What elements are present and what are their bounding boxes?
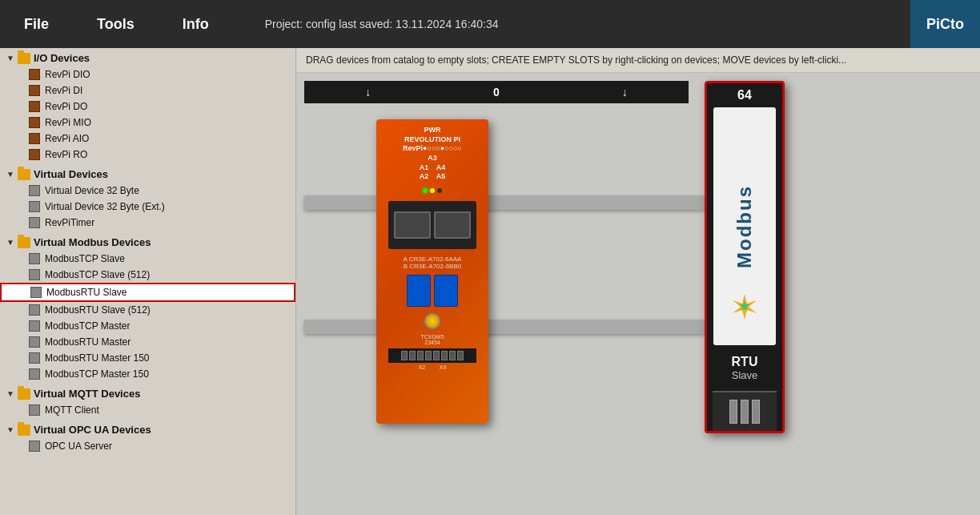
- modbus-connector: [713, 391, 777, 431]
- tree-section-io-devices: ▼I/O DevicesRevPi DIORevPi DIRevPi DORev…: [0, 48, 295, 164]
- tree-item-mqtt-client[interactable]: MQTT Client: [0, 402, 295, 418]
- item-icon: [29, 352, 40, 364]
- tree-group-virtual-opc[interactable]: ▼Virtual OPC UA Devices: [0, 421, 295, 438]
- connector-pin-1: [729, 400, 737, 424]
- pin-5: [433, 351, 440, 360]
- tree-item-modbusrtu-master-150[interactable]: ModbusRTU Master 150: [0, 350, 295, 366]
- item-icon: [29, 101, 40, 112]
- item-label: ModbusRTU Master 150: [45, 352, 150, 364]
- item-icon: [29, 368, 40, 380]
- item-label: ModbusTCP Slave: [45, 253, 125, 264]
- device-visual-area[interactable]: PWRREVOLUTION PIRevPi●○○○●○○○○A3A1 A4A2 …: [304, 103, 689, 456]
- tree-group-io-devices[interactable]: ▼I/O Devices: [0, 50, 295, 66]
- tree-item-revpi-do[interactable]: RevPi DO: [0, 99, 295, 115]
- tree-item-modbustcp-slave-(512)[interactable]: ModbusTCP Slave (512): [0, 267, 295, 283]
- sparkle-icon: [730, 292, 759, 321]
- tree-item-revpi-ro[interactable]: RevPi RO: [0, 147, 295, 163]
- item-icon: [29, 69, 40, 80]
- tree-item-revpi-dio[interactable]: RevPi DIO: [0, 66, 295, 82]
- tree-section-virtual-opc: ▼Virtual OPC UA DevicesOPC UA Server: [0, 420, 295, 456]
- expand-arrow: ▼: [6, 389, 14, 398]
- center-slot-label: 0: [493, 86, 500, 99]
- canvas-area[interactable]: ↓ 0 ↓ PWRREVOLUTION PIRevPi●○○○●○○○○A3A1…: [296, 73, 980, 515]
- device-catalog-sidebar[interactable]: ▼I/O DevicesRevPi DIORevPi DIRevPi DORev…: [0, 48, 296, 515]
- usb-ports: [407, 275, 458, 307]
- tree-item-modbustcp-slave[interactable]: ModbusTCP Slave: [0, 251, 295, 267]
- group-label: I/O Devices: [34, 52, 90, 64]
- picto-branding: PiCto: [910, 0, 980, 48]
- circular-port: [424, 313, 440, 329]
- ethernet-ports: [388, 201, 476, 249]
- ethernet-port-b: [434, 211, 471, 239]
- tree-item-modbusrtu-master[interactable]: ModbusRTU Master: [0, 334, 295, 350]
- item-icon: [29, 336, 40, 348]
- tree-item-modbusrtu-slave[interactable]: ModbusRTU Slave: [0, 283, 295, 302]
- tree-item-virtual-device-32-byte-(ext.)[interactable]: Virtual Device 32 Byte (Ext.): [0, 199, 295, 215]
- connector-pin-2: [741, 400, 749, 424]
- tree-section-virtual-devices: ▼Virtual DevicesVirtual Device 32 ByteVi…: [0, 164, 295, 232]
- expand-arrow: ▼: [6, 238, 14, 247]
- tools-menu[interactable]: Tools: [89, 10, 143, 39]
- tree-item-revpi-mio[interactable]: RevPi MIO: [0, 115, 295, 131]
- tree-item-revpi-di[interactable]: RevPi DI: [0, 82, 295, 99]
- usb-port-2: [434, 275, 458, 307]
- terminal-row: [388, 348, 476, 363]
- modbus-text-vertical: Modbus: [733, 185, 756, 268]
- item-icon: [29, 117, 40, 128]
- item-label: MQTT Client: [45, 404, 99, 416]
- main-layout: ▼I/O DevicesRevPi DIORevPi DIRevPi DORev…: [0, 48, 980, 515]
- item-icon: [29, 253, 40, 264]
- expand-arrow: ▼: [6, 170, 14, 179]
- ethernet-port-a: [394, 211, 431, 239]
- tree-item-virtual-device-32-byte[interactable]: Virtual Device 32 Byte: [0, 183, 295, 199]
- tree-item-opc-ua-server[interactable]: OPC UA Server: [0, 438, 295, 454]
- pin-4: [425, 351, 432, 360]
- group-label: Virtual MQTT Devices: [34, 388, 140, 400]
- item-icon: [30, 287, 42, 298]
- item-icon: [29, 304, 40, 316]
- file-menu[interactable]: File: [16, 10, 57, 39]
- modbus-card-dark-bottom: RTU Slave: [707, 348, 782, 388]
- folder-icon: [18, 237, 30, 248]
- expand-arrow: ▼: [6, 425, 14, 434]
- tree-group-virtual-modbus[interactable]: ▼Virtual Modbus Devices: [0, 234, 295, 251]
- connector-pin-3: [752, 400, 760, 424]
- modbus-rtu-slave-card[interactable]: 64 Modbus: [705, 81, 785, 433]
- item-label: Virtual Device 32 Byte (Ext.): [45, 201, 165, 212]
- info-menu[interactable]: Info: [175, 10, 217, 39]
- pin-8: [457, 351, 464, 360]
- rtu-label: RTU: [707, 355, 782, 369]
- left-arrow-icon: ↓: [365, 86, 371, 99]
- item-label: RevPi AIO: [45, 133, 89, 144]
- led-off: [437, 188, 442, 193]
- canvas-content: DRAG devices from catalog to empty slots…: [296, 48, 980, 515]
- item-icon: [29, 185, 40, 196]
- folder-icon: [18, 53, 30, 64]
- item-icon: [29, 201, 40, 212]
- item-label: OPC UA Server: [45, 441, 112, 452]
- tree-item-modbustcp-master-150[interactable]: ModbusTCP Master 150: [0, 366, 295, 382]
- tree-item-revpi-aio[interactable]: RevPi AIO: [0, 131, 295, 147]
- item-icon: [29, 404, 40, 416]
- item-label: Virtual Device 32 Byte: [45, 185, 139, 196]
- tree-item-modbusrtu-slave-(512)[interactable]: ModbusRTU Slave (512): [0, 302, 295, 318]
- din-rail-top: [304, 195, 705, 210]
- tree-item-revpitimer[interactable]: RevPiTimer: [0, 215, 295, 231]
- tree-group-virtual-mqtt[interactable]: ▼Virtual MQTT Devices: [0, 385, 295, 402]
- item-icon: [29, 320, 40, 332]
- tree-item-modbustcp-master[interactable]: ModbusTCP Master: [0, 318, 295, 334]
- tree-group-virtual-devices[interactable]: ▼Virtual Devices: [0, 166, 295, 183]
- item-label: RevPi DIO: [45, 69, 90, 80]
- item-label: ModbusTCP Slave (512): [45, 269, 150, 280]
- revolution-pi-device[interactable]: PWRREVOLUTION PIRevPi●○○○●○○○○A3A1 A4A2 …: [376, 119, 488, 424]
- pin-7: [449, 351, 456, 360]
- slave-label: Slave: [707, 369, 782, 381]
- revpi-device-wrapper[interactable]: PWRREVOLUTION PIRevPi●○○○●○○○○A3A1 A4A2 …: [376, 119, 488, 424]
- terminal-labels: X2 X4: [419, 364, 447, 370]
- item-label: ModbusRTU Master: [45, 336, 131, 348]
- tree-section-virtual-modbus: ▼Virtual Modbus DevicesModbusTCP SlaveMo…: [0, 232, 295, 384]
- group-label: Virtual Modbus Devices: [34, 236, 151, 248]
- tree-section-virtual-mqtt: ▼Virtual MQTT DevicesMQTT Client: [0, 384, 295, 420]
- folder-icon: [18, 424, 30, 436]
- folder-icon: [18, 388, 30, 400]
